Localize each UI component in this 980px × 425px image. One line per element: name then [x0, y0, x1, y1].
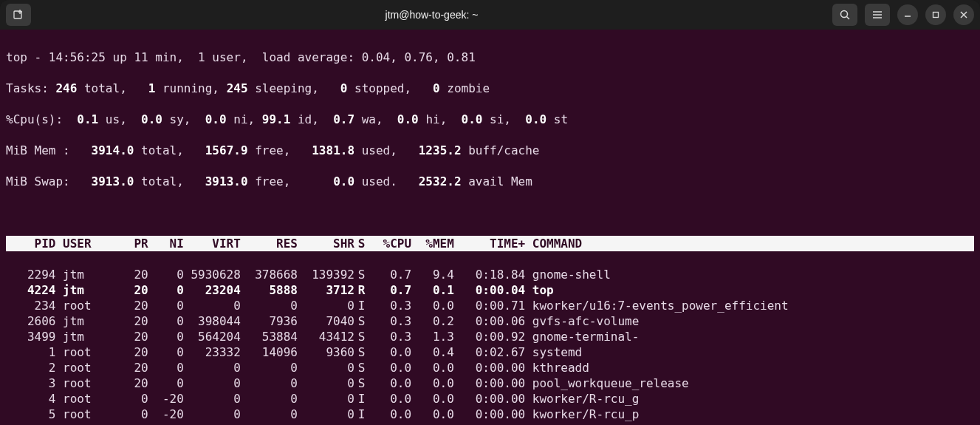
process-row: 1root20023332140969360S0.00.40:02.67syst…: [6, 344, 974, 360]
search-button[interactable]: [832, 4, 857, 26]
process-row: 2root200000S0.00.00:00.00kthreadd: [6, 360, 974, 375]
process-row: 234root200000I0.30.00:00.71kworker/u16:7…: [6, 298, 974, 313]
process-row: 4root0-20000I0.00.00:00.00kworker/R-rcu_…: [6, 391, 974, 407]
close-icon: [960, 11, 967, 18]
process-row: 6root0-20000I0.00.00:00.00kworker/R-slub…: [6, 422, 974, 425]
process-table-body: 2294jtm2005930628378668139392S0.79.40:18…: [6, 267, 974, 425]
process-row: 5root0-20000I0.00.00:00.00kworker/R-rcu_…: [6, 407, 974, 422]
top-summary-mem: MiB Mem : 3914.0 total, 1567.9 free, 138…: [6, 143, 974, 158]
process-row: 2606jtm20039804479367040S0.30.20:00.06gv…: [6, 313, 974, 329]
window-title: jtm@how-to-geek: ~: [31, 9, 832, 21]
svg-rect-9: [933, 13, 939, 18]
blank-line: [6, 205, 974, 220]
process-row: 3root200000S0.00.00:00.00pool_workqueue_…: [6, 375, 974, 391]
new-tab-icon: [13, 9, 24, 21]
titlebar: jtm@how-to-geek: ~: [0, 0, 980, 30]
maximize-button[interactable]: [925, 4, 946, 25]
top-summary-cpu: %Cpu(s): 0.1 us, 0.0 sy, 0.0 ni, 99.1 id…: [6, 112, 974, 127]
terminal-output[interactable]: top - 14:56:25 up 11 min, 1 user, load a…: [0, 30, 980, 425]
search-icon: [839, 9, 851, 21]
new-tab-button[interactable]: [6, 4, 31, 26]
process-row: 3499jtm2005642045388443412S0.31.30:00.92…: [6, 329, 974, 344]
hamburger-icon: [871, 9, 883, 21]
minimize-icon: [904, 11, 911, 18]
close-button[interactable]: [953, 4, 974, 25]
top-summary-swap: MiB Swap: 3913.0 total, 3913.0 free, 0.0…: [6, 174, 974, 189]
svg-line-4: [847, 17, 850, 20]
top-summary-line1: top - 14:56:25 up 11 min, 1 user, load a…: [6, 50, 974, 65]
process-row: 4224jtm2002320458883712R0.70.10:00.04top: [6, 282, 974, 298]
maximize-icon: [932, 11, 939, 18]
minimize-button[interactable]: [897, 4, 918, 25]
svg-point-3: [841, 11, 848, 18]
process-row: 2294jtm2005930628378668139392S0.79.40:18…: [6, 267, 974, 282]
top-summary-tasks: Tasks: 246 total, 1 running, 245 sleepin…: [6, 81, 974, 96]
menu-button[interactable]: [865, 4, 890, 26]
process-table-header: PIDUSERPRNIVIRTRESSHRS%CPU%MEMTIME+COMMA…: [6, 236, 974, 251]
